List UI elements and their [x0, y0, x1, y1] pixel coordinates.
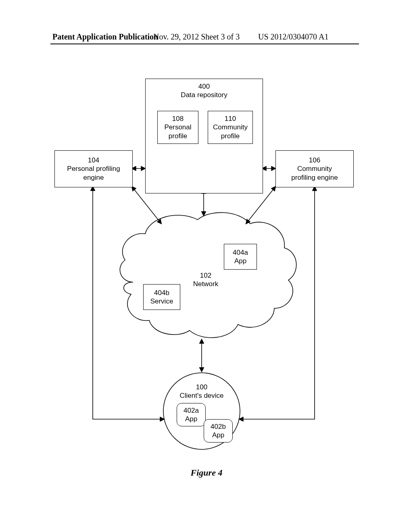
- network-number: 102: [200, 272, 211, 279]
- cloud-service-label: Service: [150, 297, 173, 305]
- client-app-a-label: App: [185, 415, 197, 423]
- cloud-service-number: 404b: [154, 289, 169, 297]
- community-profile-number: 110: [225, 114, 236, 123]
- community-engine-box: 106 Community profiling engine: [275, 150, 354, 187]
- community-profile-label1: Community: [213, 123, 248, 131]
- figure-caption: Figure 4: [0, 468, 413, 478]
- client-app-b-number: 402b: [211, 422, 226, 431]
- personal-profile-number: 108: [172, 114, 184, 123]
- page: Patent Application Publication Nov. 29, …: [0, 0, 413, 532]
- personal-engine-label1: Personal profiling: [67, 164, 120, 173]
- community-engine-label2: profiling engine: [291, 173, 338, 182]
- personal-profile-label1: Personal: [164, 123, 191, 131]
- cloud-app-box: 404a App: [224, 244, 257, 270]
- personal-engine-number: 104: [88, 156, 99, 164]
- cloud-service-box: 404b Service: [143, 284, 180, 310]
- client-device-label: 100 Client's device: [177, 383, 226, 400]
- client-device-number: 100: [196, 383, 207, 391]
- data-repository-label: Data repository: [181, 91, 227, 99]
- data-repository-number: 400: [198, 82, 210, 91]
- network-label: 102 Network: [188, 271, 224, 289]
- client-app-a-box: 402a App: [177, 403, 206, 426]
- community-engine-number: 106: [309, 156, 320, 164]
- client-device-text: Client's device: [179, 392, 223, 399]
- personal-engine-label2: engine: [83, 173, 104, 182]
- client-app-a-number: 402a: [184, 406, 199, 415]
- personal-profile-box: 108 Personal profile: [157, 111, 198, 144]
- personal-profile-label2: profile: [169, 132, 187, 140]
- network-text: Network: [193, 280, 218, 288]
- community-profile-box: 110 Community profile: [208, 111, 253, 144]
- cloud-app-label: App: [234, 257, 246, 265]
- personal-engine-box: 104 Personal profiling engine: [54, 150, 133, 187]
- community-profile-label2: profile: [221, 132, 240, 140]
- community-engine-label1: Community: [297, 164, 332, 173]
- cloud-app-number: 404a: [233, 248, 248, 257]
- client-app-b-box: 402b App: [204, 419, 233, 443]
- client-app-b-label: App: [212, 431, 224, 439]
